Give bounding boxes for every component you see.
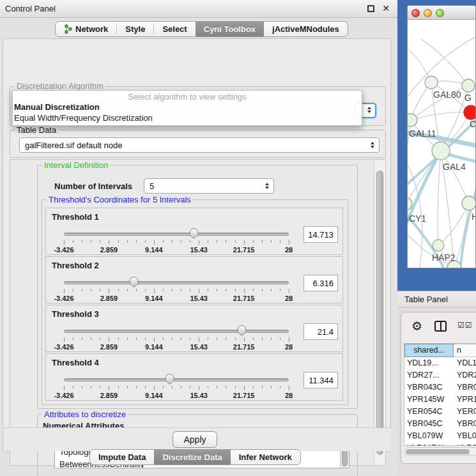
- slider-tick: [262, 337, 263, 340]
- bottom-tab-infer-network[interactable]: Infer Network: [231, 450, 300, 464]
- scrollbar-thumb[interactable]: [376, 171, 383, 455]
- columns-icon[interactable]: [434, 321, 447, 332]
- tab-label: jActiveMNodules: [272, 24, 339, 34]
- control-panel-titlebar: Control Panel ✕: [0, 0, 397, 18]
- network-node-gal80[interactable]: [425, 76, 438, 89]
- table-header-row: shared... n: [404, 344, 476, 357]
- network-node-gal11[interactable]: [408, 114, 417, 127]
- slider-tick: [226, 386, 226, 388]
- algorithm-option-equal-width-frequency-discretization[interactable]: Equal Width/Frequency Discretization: [13, 112, 362, 123]
- tab-select[interactable]: Select: [154, 22, 195, 36]
- network-node-hap2[interactable]: [433, 240, 444, 251]
- threshold-value-field[interactable]: [303, 323, 338, 340]
- slider-tick: [163, 240, 164, 243]
- table-row[interactable]: YBR043CYBR0: [404, 381, 476, 394]
- table-row[interactable]: YBL079WYBL0: [404, 430, 476, 442]
- threshold-value-field[interactable]: [303, 275, 338, 291]
- network-node-c[interactable]: [464, 105, 476, 119]
- slider-tick-label: 21.715: [233, 392, 255, 399]
- slider-tick: [82, 240, 82, 243]
- slider-tick: [280, 240, 280, 243]
- table-data-label: Table Data: [15, 125, 58, 135]
- table-row[interactable]: YBR045CYBR0: [404, 418, 476, 430]
- network-node-h[interactable]: [462, 196, 476, 210]
- slider-track: [64, 378, 289, 381]
- slider-thumb-icon[interactable]: [164, 373, 175, 385]
- slider-tick: [271, 386, 272, 388]
- slider-tick: [244, 337, 245, 342]
- slider-tick: [262, 240, 263, 243]
- tab-jactivemnodules[interactable]: jActiveMNodules: [264, 22, 348, 36]
- slider-tick: [163, 386, 164, 388]
- slider-tick-label: -3.426: [54, 295, 73, 302]
- select-columns-checkboxes-icon[interactable]: ☑☑: [457, 321, 473, 330]
- network-node-gal4[interactable]: [432, 142, 450, 160]
- slider-tick: [109, 337, 109, 342]
- discretization-algorithm-label: Discretization Algorithm: [15, 81, 105, 91]
- slider-tick: [226, 337, 226, 340]
- node-label: GAL11: [409, 128, 436, 139]
- tab-label: Cyni Toolbox: [204, 24, 256, 34]
- threshold-slider[interactable]: -3.4262.8599.14415.4321.71528: [64, 326, 289, 351]
- slider-tick-label: 15.43: [190, 343, 208, 351]
- column-header-shared-name[interactable]: shared...: [404, 344, 454, 357]
- table-panel-header: Table Panel: [397, 291, 476, 307]
- table-row[interactable]: YER054CYER0: [404, 406, 476, 418]
- cell-name: YBR0: [454, 418, 476, 430]
- threshold-slider[interactable]: -3.4262.8599.14415.4321.71528: [64, 229, 289, 254]
- number-of-intervals-combobox[interactable]: 5: [144, 178, 274, 194]
- network-canvas[interactable]: GAL80GCGAL11GAL4GCY1HHAP2: [408, 20, 476, 268]
- cell-name: YBR0: [454, 381, 476, 394]
- node-label: HAP2: [432, 252, 456, 263]
- close-traffic-light-icon[interactable]: [411, 9, 420, 17]
- algorithm-option-manual-discretization[interactable]: Manual Discretization: [13, 102, 362, 112]
- cell-shared-name: YER054C: [404, 406, 454, 418]
- minimize-traffic-light-icon[interactable]: [424, 9, 432, 17]
- network-node-g[interactable]: [462, 79, 475, 92]
- tab-cyni-toolbox[interactable]: Cyni Toolbox: [196, 22, 264, 36]
- slider-tick: [235, 289, 236, 291]
- cell-shared-name: YPR145W: [404, 394, 454, 406]
- slider-tick: [244, 386, 245, 390]
- apply-button[interactable]: Apply: [173, 431, 217, 448]
- network-edge: [460, 181, 476, 268]
- cell-name: YBL0: [454, 430, 476, 442]
- tab-style[interactable]: Style: [117, 22, 153, 36]
- tab-bar: NetworkStyleSelectCyni ToolboxjActiveMNo…: [55, 21, 348, 37]
- close-icon[interactable]: ✕: [382, 3, 390, 13]
- float-window-icon[interactable]: [367, 5, 374, 12]
- slider-tick-label: 2.859: [100, 295, 118, 302]
- scrollbar-thumb[interactable]: [406, 449, 470, 454]
- slider-tick-label: -3.426: [54, 392, 73, 399]
- threshold-value-field[interactable]: [303, 372, 338, 388]
- bottom-tab-impute-data[interactable]: Impute Data: [90, 450, 154, 464]
- table-panel: ⚙ ☑☑ shared... n YDL19...YDL1YDR27...YDR…: [397, 308, 476, 476]
- slider-tick: [145, 240, 146, 243]
- network-panel: GAL80GCGAL11GAL4GCY1HHAP2: [397, 0, 476, 291]
- zoom-traffic-light-icon[interactable]: [436, 9, 444, 17]
- bottom-tab-discretize-data[interactable]: Discretize Data: [154, 450, 230, 464]
- table-row[interactable]: YPR145WYPR1: [404, 394, 476, 406]
- table-row[interactable]: YDL19...YDL1: [404, 357, 476, 369]
- tab-label: Discretize Data: [162, 452, 222, 462]
- slider-tick-label: 28: [285, 343, 293, 351]
- slider-tick: [82, 289, 82, 291]
- settings-scrollbar[interactable]: [374, 160, 385, 465]
- slider-tick: [136, 337, 137, 340]
- threshold-value-field[interactable]: [303, 226, 338, 243]
- slider-tick: [145, 289, 146, 291]
- slider-thumb-icon[interactable]: [188, 227, 199, 240]
- table-data-combobox[interactable]: galFiltered.sif default node: [19, 137, 380, 153]
- threshold-slider[interactable]: -3.4262.8599.14415.4321.71528: [64, 374, 289, 400]
- slider-tick: [127, 337, 128, 340]
- table-row[interactable]: YLR345WYLR3: [404, 442, 476, 446]
- slider-tick: [127, 289, 128, 291]
- slider-thumb-icon[interactable]: [128, 276, 139, 288]
- table-horizontal-scrollbar[interactable]: [404, 447, 476, 456]
- table-row[interactable]: YDR27...YDR2: [404, 369, 476, 381]
- threshold-slider[interactable]: -3.4262.8599.14415.4321.71528: [64, 277, 289, 303]
- column-header-name[interactable]: n: [454, 344, 476, 357]
- tab-network[interactable]: Network: [56, 22, 116, 36]
- slider-thumb-icon[interactable]: [236, 325, 247, 337]
- gear-icon[interactable]: ⚙: [411, 319, 422, 334]
